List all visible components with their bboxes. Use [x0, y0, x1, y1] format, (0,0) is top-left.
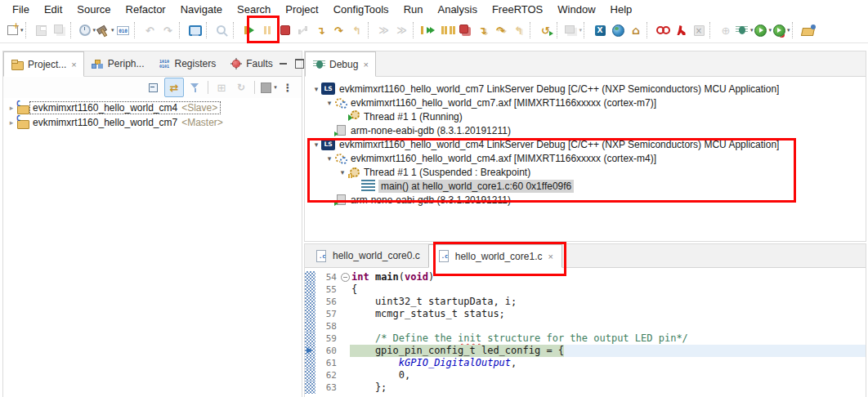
- run-button[interactable]: [754, 20, 772, 40]
- menu-item[interactable]: Refactor: [119, 2, 173, 17]
- code-line[interactable]: 63 };: [305, 381, 866, 394]
- launch-config-icon: [321, 83, 335, 95]
- collapse-all-button[interactable]: [145, 78, 163, 96]
- suspend-button[interactable]: [258, 20, 276, 40]
- menu-item[interactable]: Source: [69, 2, 118, 17]
- terminate-all-button[interactable]: [456, 20, 474, 40]
- menu-item[interactable]: ConfigTools: [326, 2, 396, 17]
- restart-button[interactable]: [537, 20, 555, 40]
- debug-target-cm7[interactable]: evkmimxrt1160_hello_world_cm7.axf [MIMXR…: [305, 96, 866, 109]
- code-line[interactable]: 56 uint32_t startupData, i;: [305, 296, 866, 308]
- project-cm4[interactable]: evkmimxrt1160_hello_world_cm4<Slave>: [3, 100, 302, 115]
- close-icon[interactable]: ×: [71, 60, 76, 69]
- step-into-all-button[interactable]: [474, 20, 492, 40]
- menu-item[interactable]: File: [5, 2, 37, 17]
- close-icon[interactable]: ×: [548, 252, 553, 261]
- expand-chevron-icon[interactable]: [7, 118, 16, 127]
- menu-item[interactable]: Project: [278, 2, 325, 17]
- menu-item[interactable]: Search: [230, 2, 278, 17]
- menu-bar: FileEditSourceRefactorNavigateSearchProj…: [0, 0, 868, 18]
- new-wizard-button[interactable]: [5, 20, 24, 40]
- tab-hello-world-core1[interactable]: hello_world_core1.c ×: [428, 244, 562, 268]
- menu-item[interactable]: Run: [396, 2, 431, 17]
- step-into-button[interactable]: [312, 20, 330, 40]
- minimize-button[interactable]: [280, 60, 287, 68]
- tab-registers[interactable]: Registers ×: [151, 51, 223, 76]
- resume-all-button[interactable]: [420, 20, 438, 40]
- inspect-button[interactable]: [213, 20, 231, 40]
- view-menu-button[interactable]: [279, 78, 297, 96]
- mcuxpresso-button[interactable]: [591, 20, 609, 40]
- save-button[interactable]: [33, 20, 51, 40]
- disconnect-button[interactable]: [294, 20, 312, 40]
- tab-hello-world-core0[interactable]: hello_world_core0.c ×: [306, 244, 428, 267]
- binary-utilities-button[interactable]: [114, 20, 132, 40]
- code-line[interactable]: 59 /* Define the init structure for the …: [305, 332, 866, 345]
- expand-chevron-icon[interactable]: [324, 99, 334, 107]
- menu-item[interactable]: Navigate: [173, 2, 230, 17]
- expand-chevron-icon[interactable]: [311, 141, 321, 149]
- welcome-button[interactable]: [609, 20, 627, 40]
- debug-session-cm4[interactable]: evkmimxrt1160_hello_world_cm4 LinkServer…: [305, 137, 866, 151]
- step-return-button[interactable]: [348, 20, 366, 40]
- debug-session-cm7[interactable]: evkmimxrt1160_hello_world_cm7 LinkServer…: [305, 82, 866, 96]
- expand-chevron-icon[interactable]: [7, 104, 16, 112]
- save-all-button[interactable]: [51, 20, 69, 40]
- debug-target-cm4[interactable]: evkmimxrt1160_hello_world_cm4.axf [MIMXR…: [305, 151, 866, 165]
- tab-debug[interactable]: Debug ×: [305, 51, 376, 77]
- code-line[interactable]: 58: [305, 320, 866, 332]
- grid-button[interactable]: [213, 78, 230, 96]
- memory-button[interactable]: [564, 20, 583, 40]
- menu-item[interactable]: Window: [550, 2, 602, 17]
- debug-thread-cm7[interactable]: Thread #1 1 (Running): [305, 109, 866, 123]
- code-line[interactable]: 55 {: [305, 283, 866, 296]
- expand-chevron-icon[interactable]: [311, 85, 321, 93]
- home-button[interactable]: [627, 20, 645, 40]
- instruction-stepping-button[interactable]: [375, 20, 393, 40]
- swatch-button[interactable]: [259, 78, 277, 96]
- remove-button[interactable]: [690, 20, 708, 40]
- expand-chevron-icon[interactable]: [324, 154, 334, 163]
- tab-project-explorer[interactable]: Project... ×: [3, 51, 84, 77]
- terminate-button[interactable]: [276, 20, 294, 40]
- menu-item[interactable]: Edit: [37, 2, 69, 17]
- import-button[interactable]: [799, 20, 817, 40]
- code-line[interactable]: 62 0,: [305, 369, 866, 381]
- build-button[interactable]: [96, 20, 114, 40]
- linkserver-button[interactable]: [654, 20, 672, 40]
- console-button[interactable]: [186, 20, 204, 40]
- redo-button[interactable]: [159, 20, 177, 40]
- code-line[interactable]: 54 int main(void): [305, 271, 866, 283]
- menu-item[interactable]: Help: [603, 2, 640, 17]
- project-cm7[interactable]: evkmimxrt1160_hello_world_cm7<Master>: [3, 115, 302, 130]
- menu-item[interactable]: FreeRTOS: [485, 2, 550, 17]
- step-return-all-button[interactable]: [510, 20, 528, 40]
- debug-gdb-cm4[interactable]: arm-none-eabi-gdb (8.3.1.20191211): [305, 193, 866, 207]
- profile-button[interactable]: [772, 20, 790, 40]
- red-trace-button[interactable]: [672, 20, 690, 40]
- crosshair-button[interactable]: [717, 20, 735, 40]
- fold-minus-icon[interactable]: [341, 273, 350, 282]
- expand-chevron-icon[interactable]: [338, 168, 347, 176]
- maximize-button[interactable]: [295, 59, 304, 69]
- undo-button[interactable]: [141, 20, 159, 40]
- code-line[interactable]: 61 kGPIO_DigitalOutput,: [305, 357, 866, 369]
- step-over-button[interactable]: [330, 20, 348, 40]
- tab-peripherals[interactable]: Periph... ×: [84, 51, 151, 76]
- debug-gdb-cm7[interactable]: arm-none-eabi-gdb (8.3.1.20191211): [305, 123, 866, 137]
- suspend-all-button[interactable]: [438, 20, 456, 40]
- code-area[interactable]: 54 int main(void) 55 {: [305, 268, 866, 394]
- debug-stack-frame-main[interactable]: main() at hello_world_core1.c:60 0x1ffe0…: [305, 179, 866, 193]
- menu-item[interactable]: Analysis: [430, 2, 484, 17]
- step-over-all-button[interactable]: [492, 20, 510, 40]
- link-with-editor-button[interactable]: [164, 78, 184, 97]
- tab-faults[interactable]: Faults ×: [222, 51, 280, 76]
- clock-config-button[interactable]: [78, 20, 96, 40]
- debug-thread-cm4[interactable]: Thread #1 1 (Suspended : Breakpoint): [305, 165, 866, 179]
- resume-button[interactable]: [240, 20, 258, 40]
- code-line[interactable]: 57 mcmgr_status_t status;: [305, 308, 866, 320]
- code-line[interactable]: 60 gpio_pin_config_t led_config = {: [305, 345, 866, 357]
- instruction-step-over-button[interactable]: [393, 20, 411, 40]
- close-icon[interactable]: ×: [363, 60, 368, 69]
- debug-button[interactable]: [735, 20, 754, 40]
